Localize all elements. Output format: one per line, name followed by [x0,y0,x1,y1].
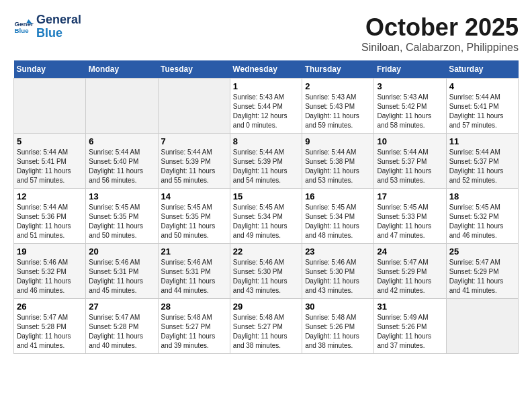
day-number: 13 [89,191,154,201]
day-number: 19 [17,246,83,257]
month-title: October 2025 [361,13,519,42]
calendar-cell: 3Sunrise: 5:43 AMSunset: 5:42 PMDaylight… [374,79,446,134]
day-number: 12 [17,191,83,201]
calendar-cell: 16Sunrise: 5:45 AMSunset: 5:34 PMDayligh… [302,189,374,244]
day-number: 8 [233,136,299,146]
day-number: 28 [161,302,227,312]
weekday-header-friday: Friday [374,60,446,79]
cell-info: Sunrise: 5:43 AMSunset: 5:43 PMDaylight:… [305,93,371,130]
calendar-cell: 10Sunrise: 5:44 AMSunset: 5:37 PMDayligh… [374,134,446,189]
day-number: 5 [17,136,83,146]
cell-info: Sunrise: 5:45 AMSunset: 5:34 PMDaylight:… [305,203,371,240]
calendar-cell: 25Sunrise: 5:47 AMSunset: 5:29 PMDayligh… [446,244,518,299]
weekday-header-sunday: Sunday [14,60,86,79]
cell-info: Sunrise: 5:45 AMSunset: 5:32 PMDaylight:… [449,203,515,240]
title-section: October 2025 Siniloan, Calabarzon, Phili… [361,13,519,54]
week-row-3: 12Sunrise: 5:44 AMSunset: 5:36 PMDayligh… [14,189,519,244]
week-row-5: 26Sunrise: 5:47 AMSunset: 5:28 PMDayligh… [14,299,519,354]
cell-info: Sunrise: 5:44 AMSunset: 5:36 PMDaylight:… [17,203,83,240]
day-number: 9 [305,136,371,146]
cell-info: Sunrise: 5:43 AMSunset: 5:42 PMDaylight:… [377,93,443,130]
calendar-cell: 23Sunrise: 5:46 AMSunset: 5:30 PMDayligh… [302,244,374,299]
calendar-cell: 17Sunrise: 5:45 AMSunset: 5:33 PMDayligh… [374,189,446,244]
day-number: 22 [233,246,299,257]
calendar-cell: 29Sunrise: 5:48 AMSunset: 5:27 PMDayligh… [230,299,302,354]
cell-info: Sunrise: 5:46 AMSunset: 5:30 PMDaylight:… [233,258,299,295]
calendar-cell: 4Sunrise: 5:44 AMSunset: 5:41 PMDaylight… [446,79,518,134]
cell-info: Sunrise: 5:48 AMSunset: 5:26 PMDaylight:… [305,313,371,351]
weekday-header-monday: Monday [86,60,158,79]
day-number: 4 [449,81,515,91]
day-number: 11 [449,136,515,146]
cell-info: Sunrise: 5:44 AMSunset: 5:39 PMDaylight:… [233,148,299,185]
cell-info: Sunrise: 5:46 AMSunset: 5:31 PMDaylight:… [161,258,227,295]
calendar-cell: 20Sunrise: 5:46 AMSunset: 5:31 PMDayligh… [86,244,158,299]
calendar-cell: 19Sunrise: 5:46 AMSunset: 5:32 PMDayligh… [14,244,86,299]
calendar-cell: 11Sunrise: 5:44 AMSunset: 5:37 PMDayligh… [446,134,518,189]
cell-info: Sunrise: 5:46 AMSunset: 5:31 PMDaylight:… [89,258,154,295]
cell-info: Sunrise: 5:46 AMSunset: 5:32 PMDaylight:… [17,258,83,295]
logo: General Blue General Blue [13,13,81,40]
calendar-cell: 12Sunrise: 5:44 AMSunset: 5:36 PMDayligh… [14,189,86,244]
day-number: 17 [377,191,443,201]
day-number: 1 [233,81,299,91]
day-number: 30 [305,302,371,312]
week-row-1: 1Sunrise: 5:43 AMSunset: 5:44 PMDaylight… [14,79,519,134]
week-row-2: 5Sunrise: 5:44 AMSunset: 5:41 PMDaylight… [14,134,519,189]
day-number: 14 [161,191,227,201]
calendar-cell: 31Sunrise: 5:49 AMSunset: 5:26 PMDayligh… [374,299,446,354]
weekday-header-saturday: Saturday [446,60,518,79]
cell-info: Sunrise: 5:45 AMSunset: 5:33 PMDaylight:… [377,203,443,240]
cell-info: Sunrise: 5:44 AMSunset: 5:41 PMDaylight:… [17,148,83,185]
cell-info: Sunrise: 5:44 AMSunset: 5:38 PMDaylight:… [305,148,371,185]
calendar-cell: 22Sunrise: 5:46 AMSunset: 5:30 PMDayligh… [230,244,302,299]
cell-info: Sunrise: 5:43 AMSunset: 5:44 PMDaylight:… [233,93,299,130]
calendar-cell [14,79,86,134]
calendar-cell: 21Sunrise: 5:46 AMSunset: 5:31 PMDayligh… [158,244,230,299]
cell-info: Sunrise: 5:47 AMSunset: 5:29 PMDaylight:… [449,258,515,295]
cell-info: Sunrise: 5:44 AMSunset: 5:37 PMDaylight:… [377,148,443,185]
day-number: 10 [377,136,443,146]
day-number: 31 [377,302,443,312]
weekday-header-row: SundayMondayTuesdayWednesdayThursdayFrid… [14,60,519,79]
day-number: 16 [305,191,371,201]
calendar-cell: 14Sunrise: 5:45 AMSunset: 5:35 PMDayligh… [158,189,230,244]
cell-info: Sunrise: 5:44 AMSunset: 5:40 PMDaylight:… [89,148,154,185]
day-number: 15 [233,191,299,201]
day-number: 26 [17,302,83,312]
day-number: 18 [449,191,515,201]
day-number: 21 [161,246,227,257]
calendar-cell: 24Sunrise: 5:47 AMSunset: 5:29 PMDayligh… [374,244,446,299]
location-title: Siniloan, Calabarzon, Philippines [361,42,519,54]
day-number: 6 [89,136,154,146]
cell-info: Sunrise: 5:47 AMSunset: 5:28 PMDaylight:… [17,313,83,351]
day-number: 29 [233,302,299,312]
calendar-cell: 6Sunrise: 5:44 AMSunset: 5:40 PMDaylight… [86,134,158,189]
logo-text-general: General [36,13,81,27]
logo-text-blue: Blue [36,27,81,40]
calendar-cell [446,299,518,354]
calendar-cell [158,79,230,134]
cell-info: Sunrise: 5:47 AMSunset: 5:28 PMDaylight:… [89,313,154,351]
cell-info: Sunrise: 5:48 AMSunset: 5:27 PMDaylight:… [161,313,227,351]
calendar-cell: 1Sunrise: 5:43 AMSunset: 5:44 PMDaylight… [230,79,302,134]
cell-info: Sunrise: 5:45 AMSunset: 5:35 PMDaylight:… [161,203,227,240]
cell-info: Sunrise: 5:45 AMSunset: 5:34 PMDaylight:… [233,203,299,240]
day-number: 7 [161,136,227,146]
cell-info: Sunrise: 5:45 AMSunset: 5:35 PMDaylight:… [89,203,154,240]
cell-info: Sunrise: 5:44 AMSunset: 5:41 PMDaylight:… [449,93,515,130]
day-number: 2 [305,81,371,91]
calendar-cell: 8Sunrise: 5:44 AMSunset: 5:39 PMDaylight… [230,134,302,189]
cell-info: Sunrise: 5:46 AMSunset: 5:30 PMDaylight:… [305,258,371,295]
calendar-body: 1Sunrise: 5:43 AMSunset: 5:44 PMDaylight… [14,79,519,354]
calendar-cell: 9Sunrise: 5:44 AMSunset: 5:38 PMDaylight… [302,134,374,189]
weekday-header-tuesday: Tuesday [158,60,230,79]
svg-text:Blue: Blue [15,27,30,34]
calendar-cell: 7Sunrise: 5:44 AMSunset: 5:39 PMDaylight… [158,134,230,189]
calendar-cell: 18Sunrise: 5:45 AMSunset: 5:32 PMDayligh… [446,189,518,244]
cell-info: Sunrise: 5:47 AMSunset: 5:29 PMDaylight:… [377,258,443,295]
cell-info: Sunrise: 5:49 AMSunset: 5:26 PMDaylight:… [377,313,443,351]
calendar-cell: 27Sunrise: 5:47 AMSunset: 5:28 PMDayligh… [86,299,158,354]
calendar-table: SundayMondayTuesdayWednesdayThursdayFrid… [13,60,519,354]
calendar-cell: 28Sunrise: 5:48 AMSunset: 5:27 PMDayligh… [158,299,230,354]
